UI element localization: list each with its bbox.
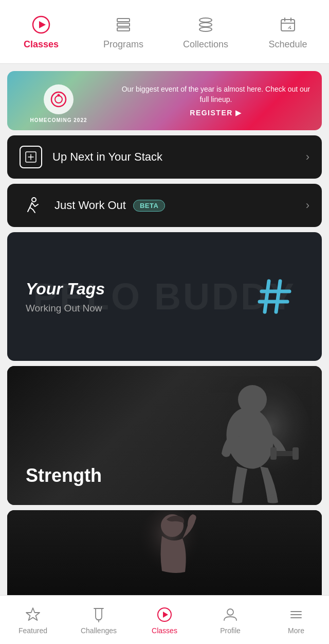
workout-label-text: Just Work Out: [54, 199, 126, 212]
nav-programs[interactable]: Programs: [82, 0, 164, 63]
svg-point-20: [32, 198, 36, 202]
beta-badge: BETA: [133, 200, 165, 212]
bottom-navigation: Featured Challenges Classes: [0, 595, 329, 644]
workout-label: Just Work Out BETA: [54, 199, 306, 212]
stack-card[interactable]: Up Next in Your Stack ›: [7, 135, 322, 179]
svg-rect-30: [293, 447, 299, 460]
classes-icon: [30, 13, 52, 36]
svg-point-12: [290, 28, 291, 29]
svg-point-39: [227, 609, 233, 615]
main-content: HOMECOMING 2022 Our biggest event of the…: [0, 71, 329, 644]
bottom-classes-label: Classes: [152, 626, 177, 635]
nav-schedule-label: Schedule: [268, 39, 307, 50]
banner-cta[interactable]: REGISTER ▶: [120, 109, 312, 117]
challenges-icon: [89, 605, 108, 624]
bottom-nav-featured[interactable]: Featured: [0, 596, 66, 644]
stack-chevron: ›: [306, 150, 309, 164]
strength-card[interactable]: Strength: [7, 366, 322, 505]
strength-label: Strength: [26, 465, 102, 486]
bottom-partial-card[interactable]: [7, 510, 322, 595]
bottom-nav-profile[interactable]: Profile: [197, 596, 263, 644]
more-icon: [287, 605, 305, 624]
svg-rect-8: [281, 20, 295, 31]
svg-rect-2: [117, 19, 130, 22]
svg-rect-29: [270, 447, 277, 460]
workout-icon: [20, 193, 44, 218]
hashtag-icon: [252, 273, 303, 320]
svg-marker-38: [163, 612, 168, 618]
stack-icon: [20, 146, 42, 168]
nav-classes[interactable]: Classes: [0, 0, 82, 63]
svg-point-6: [199, 23, 212, 27]
svg-point-16: [58, 94, 60, 97]
stack-label: Up Next in Your Stack: [52, 150, 306, 164]
featured-icon: [24, 605, 42, 624]
svg-rect-4: [117, 28, 130, 31]
nav-collections[interactable]: Collections: [164, 0, 247, 63]
schedule-icon: [277, 13, 299, 36]
bottom-nav-classes[interactable]: Classes: [132, 596, 197, 644]
bottom-classes-icon: [155, 605, 174, 624]
nav-programs-label: Programs: [103, 39, 143, 50]
peloton-logo: [44, 84, 74, 114]
bottom-nav-challenges[interactable]: Challenges: [66, 596, 132, 644]
svg-line-21: [265, 281, 269, 312]
banner-main-text: Our biggest event of the year is almost …: [120, 84, 312, 105]
bottom-card-bg: [7, 510, 322, 595]
homecoming-banner[interactable]: HOMECOMING 2022 Our biggest event of the…: [7, 71, 322, 130]
tags-card[interactable]: PELO BUDDY Your Tags Working Out Now: [7, 232, 322, 361]
svg-point-5: [199, 18, 212, 22]
programs-icon: [112, 13, 135, 36]
banner-right: Our biggest event of the year is almost …: [110, 71, 322, 130]
nav-collections-label: Collections: [183, 39, 228, 50]
bottom-more-label: More: [288, 626, 304, 635]
banner-homecoming-text: HOMECOMING 2022: [30, 117, 87, 123]
bottom-nav-more[interactable]: More: [263, 596, 329, 644]
svg-point-15: [55, 96, 62, 103]
hashtag-icon-container: [252, 273, 303, 320]
svg-marker-1: [39, 21, 46, 28]
strength-person-silhouette: [157, 371, 322, 505]
svg-marker-33: [26, 608, 40, 620]
workout-chevron: ›: [306, 199, 309, 212]
bottom-featured-label: Featured: [19, 626, 47, 635]
workout-card[interactable]: Just Work Out BETA ›: [7, 184, 322, 227]
nav-schedule[interactable]: Schedule: [247, 0, 329, 63]
bottom-profile-label: Profile: [220, 626, 241, 635]
profile-icon: [221, 605, 240, 624]
bottom-challenges-label: Challenges: [81, 626, 117, 635]
bottom-card-figure: [113, 510, 216, 595]
nav-classes-label: Classes: [24, 39, 59, 50]
top-navigation: Classes Programs Collections: [0, 0, 329, 64]
collections-icon: [194, 13, 217, 36]
svg-rect-3: [117, 23, 130, 26]
svg-point-7: [199, 27, 212, 31]
banner-left: HOMECOMING 2022: [7, 71, 110, 130]
svg-line-22: [276, 281, 280, 312]
